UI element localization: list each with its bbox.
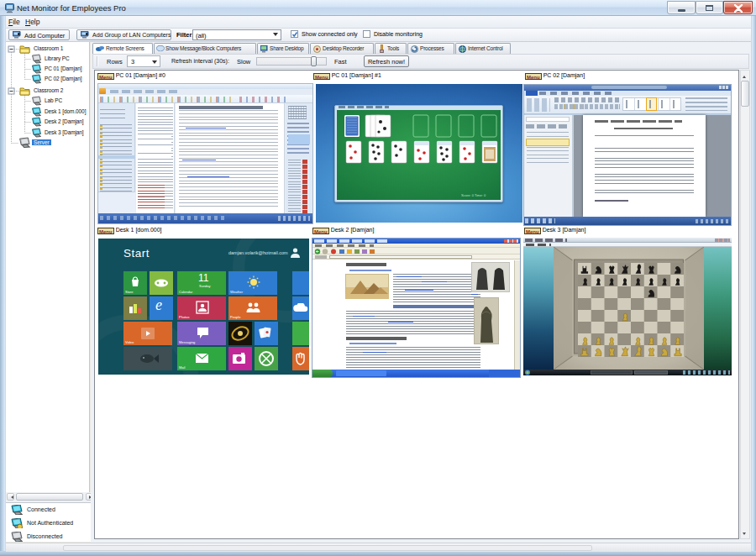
svg-text:Score: 0 Time: 0: Score: 0 Time: 0 — [461, 193, 486, 197]
